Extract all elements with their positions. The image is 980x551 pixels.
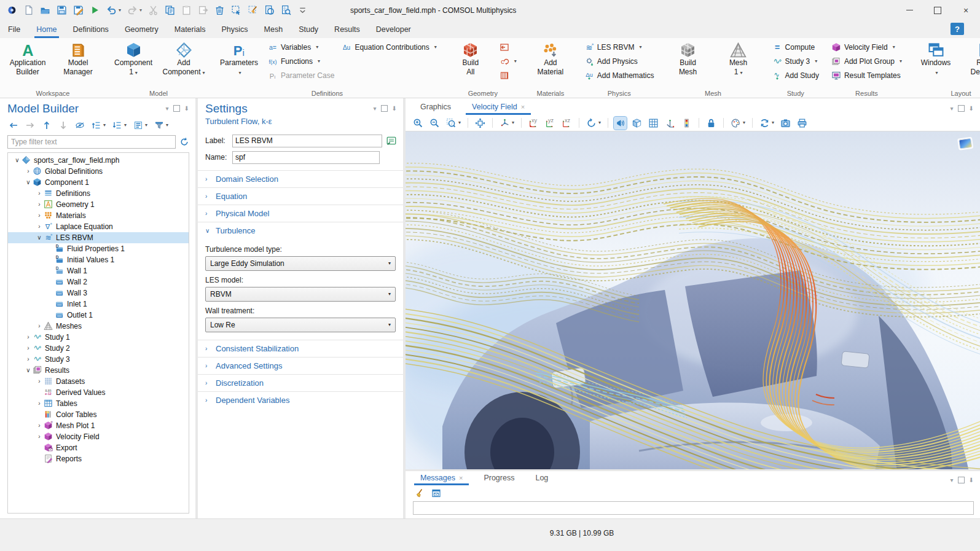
add-plot-group-button[interactable]: Add Plot Group▾ [829,55,904,68]
collapse-icon[interactable]: ∨ [13,157,22,163]
parameters-button[interactable]: PiParameters▾ [214,40,264,79]
tree-node-reports[interactable]: Reports [8,453,189,464]
run-button[interactable] [88,4,102,17]
filter-input[interactable] [7,135,176,149]
tree-node-fluid-properties-1[interactable]: DFluid Properties 1 [8,243,189,254]
move-up-button[interactable] [41,119,53,131]
label-field[interactable] [232,135,382,147]
application-builder-button[interactable]: AApplicationBuilder [2,40,53,79]
mesh-1-button[interactable]: Mesh1▾ [713,40,764,79]
expand-icon[interactable]: › [24,334,33,340]
scene-light-button[interactable] [614,117,627,130]
log-window-button[interactable] [430,487,442,499]
panel-menu-icon[interactable]: ▾ [951,105,954,112]
result-templates-button[interactable]: Result Templates [829,69,904,82]
section-header-turbulence[interactable]: ∨Turbulence [198,222,403,239]
tree-node-study-2[interactable]: ›∿Study 2 [8,343,189,354]
tree-node-component-1[interactable]: ∨Component 1 [8,177,189,188]
tree-node-tables[interactable]: ›Tables [8,398,189,409]
save-button[interactable] [55,4,69,17]
add-mathematics-button[interactable]: ΔuAdd Mathematics [582,69,657,82]
save-as-button[interactable] [71,4,85,17]
close-tab-icon[interactable]: × [459,474,463,482]
section-header-domain-selection[interactable]: ›Domain Selection [198,171,403,187]
default-view-button[interactable]: ▾ [498,117,515,130]
section-header-dependent-variables[interactable]: ›Dependent Variables [198,392,403,408]
tree-node-wall-3[interactable]: Wall 3 [8,287,189,299]
select-box-button[interactable] [229,4,243,17]
les-model-select[interactable]: RBVM▾ [205,287,396,302]
toolbar-customize-button[interactable] [296,4,310,17]
tree-node-les-rbvm[interactable]: ∨≋✳LES RBVM [8,232,189,243]
expand-icon[interactable]: › [35,201,44,208]
panel-menu-icon[interactable]: ▾ [951,477,954,483]
section-header-discretization[interactable]: ›Discretization [198,375,403,391]
ribbon-tab-materials[interactable]: Materials [167,20,214,38]
panel-float-icon[interactable] [958,105,965,112]
expand-all-button[interactable]: ▾ [90,119,107,131]
expand-icon[interactable]: › [35,400,44,407]
show-button[interactable] [74,119,86,131]
close-button[interactable]: × [952,0,980,20]
tree-node-outlet-1[interactable]: Outlet 1 [8,310,189,321]
panel-pin-icon[interactable]: ⬇ [969,477,974,483]
ribbon-tab-study[interactable]: Study [291,20,326,38]
appearance-button[interactable]: ▾ [729,117,747,130]
equation-contributions-button[interactable]: ΔuEquation Contributions▾ [339,41,439,53]
expand-icon[interactable]: › [35,223,44,230]
minimize-button[interactable] [895,0,923,20]
expand-icon[interactable]: › [35,212,44,219]
tree-node-definitions[interactable]: ›Definitions [8,188,189,199]
preview-file-button[interactable] [262,4,276,17]
reset-desktop-button[interactable]: ↻ResetDesktop▾ [961,40,980,79]
zoom-out-button[interactable] [428,117,441,130]
preview-table-button[interactable] [279,4,293,17]
open-file-button[interactable] [38,4,52,17]
graphics-canvas[interactable] [406,131,980,469]
messages-tab-progress[interactable]: Progress [477,471,520,485]
name-field[interactable] [232,151,380,164]
parameter-case-button[interactable]: PiParameter Case [265,69,337,82]
help-button[interactable]: ? [951,23,964,35]
node-text-button[interactable]: ▾ [132,119,149,131]
ribbon-tab-file[interactable]: File [0,20,28,38]
tree-node-wall-2[interactable]: Wall 2 [8,276,189,287]
tree-node-initial-values-1[interactable]: DInitial Values 1 [8,254,189,265]
grid-button[interactable] [647,117,660,130]
ribbon-tab-home[interactable]: Home [28,20,65,38]
refresh-filter-icon[interactable] [179,137,189,147]
tree-node-velocity-field[interactable]: ›Velocity Field [8,431,189,442]
rebuild-icon[interactable]: c▾ [497,55,519,68]
graphics-tab-velocity-field[interactable]: Velocity Field× [466,98,531,115]
add-physics-button[interactable]: Add Physics [582,55,657,68]
view-xy-button[interactable]: xy [527,117,540,130]
section-header-advanced-settings[interactable]: ›Advanced Settings [198,358,403,374]
panel-menu-icon[interactable]: ▾ [166,106,169,112]
windows-button[interactable]: Windows▾ [911,40,961,79]
expand-icon[interactable]: › [35,322,44,329]
show-axes-button[interactable] [664,117,676,130]
zoom-in-button[interactable] [412,117,425,130]
variables-button[interactable]: a=Variables▾ [265,41,337,53]
rotate-view-button[interactable]: ▾ [585,117,602,130]
refresh-filter-icon[interactable] [179,137,189,147]
tree-node-color-tables[interactable]: Color Tables [8,409,189,420]
tree-node-study-3[interactable]: ›∿Study 3 [8,354,189,365]
move-down-button[interactable] [57,119,69,131]
add-component-button[interactable]: AddComponent▾ [159,40,209,79]
delete-button[interactable] [213,4,227,17]
view-xz-button[interactable]: xz [560,117,573,130]
tree-node-inlet-1[interactable]: Inlet 1 [8,299,189,310]
functions-button[interactable]: f(x)Functions▾ [265,55,337,68]
transparency-button[interactable] [630,117,643,130]
expand-icon[interactable]: › [35,378,44,385]
virtual-ops-icon[interactable] [497,69,519,82]
paste-button[interactable] [179,4,194,17]
tree-node-derived-values[interactable]: 8.85e-12Derived Values [8,387,189,398]
tree-node-laplace-equation[interactable]: ›∇✳Laplace Equation [8,221,189,232]
tree-node-geometry-1[interactable]: ›Geometry 1 [8,199,189,210]
tree-node-meshes[interactable]: ›Meshes [8,321,189,332]
expand-icon[interactable]: › [24,168,33,174]
redo-button[interactable]: ▾ [125,4,144,17]
view-yz-button[interactable]: yz [544,117,557,130]
